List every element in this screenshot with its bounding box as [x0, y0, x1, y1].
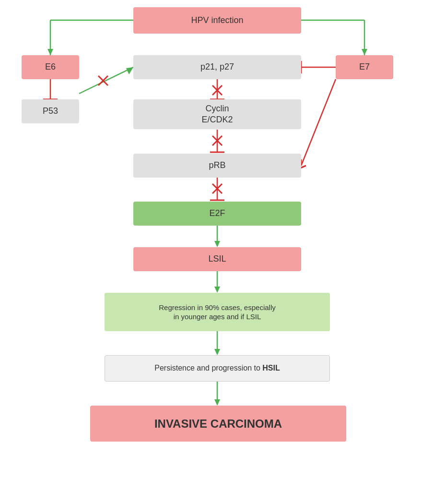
svg-line-32	[212, 136, 222, 145]
cyclin-box: Cyclin E/CDK2	[133, 99, 301, 129]
persistence-box: Persistence and progression to HSIL	[105, 355, 330, 382]
e7-box: E7	[336, 55, 393, 79]
svg-marker-5	[362, 49, 367, 55]
p21p27-label: p21, p27	[200, 61, 234, 72]
svg-line-8	[79, 67, 133, 94]
regression-label: Regression in 90% cases, especially in y…	[159, 303, 275, 322]
svg-marker-2	[47, 49, 53, 55]
svg-line-35	[212, 184, 222, 193]
svg-line-36	[98, 76, 108, 85]
e6-label: E6	[45, 61, 56, 72]
svg-line-34	[212, 184, 222, 193]
prb-box: pRB	[133, 154, 301, 178]
diagram: HPV infection E6 E7 P53 p21, p27 Cyclin …	[0, 0, 434, 504]
invasive-carcinoma-label: INVASIVE CARCINOMA	[154, 416, 282, 431]
prb-label: pRB	[209, 160, 225, 171]
svg-line-33	[212, 136, 222, 145]
e6-box: E6	[22, 55, 79, 79]
p53-box: P53	[22, 99, 79, 123]
svg-marker-23	[214, 241, 220, 247]
svg-marker-25	[214, 287, 220, 293]
invasive-carcinoma-box: INVASIVE CARCINOMA	[90, 406, 346, 442]
svg-marker-29	[214, 399, 220, 406]
e7-label: E7	[359, 61, 370, 72]
p21p27-box: p21, p27	[133, 55, 301, 79]
svg-line-37	[98, 76, 108, 85]
p53-label: P53	[43, 106, 58, 117]
persistence-label: Persistence and progression to HSIL	[154, 363, 280, 373]
lsil-label: LSIL	[208, 253, 226, 264]
e2f-label: E2F	[209, 208, 225, 219]
cyclin-label: Cyclin E/CDK2	[201, 103, 233, 126]
svg-line-31	[212, 85, 222, 95]
regression-box: Regression in 90% cases, especially in y…	[105, 293, 330, 331]
e2f-box: E2F	[133, 202, 301, 226]
hpv-infection-box: HPV infection	[133, 7, 301, 34]
svg-marker-9	[126, 67, 133, 74]
svg-line-12	[301, 79, 336, 166]
svg-line-30	[212, 85, 222, 95]
hpv-label: HPV infection	[191, 15, 243, 26]
svg-marker-27	[214, 349, 220, 355]
lsil-box: LSIL	[133, 247, 301, 271]
